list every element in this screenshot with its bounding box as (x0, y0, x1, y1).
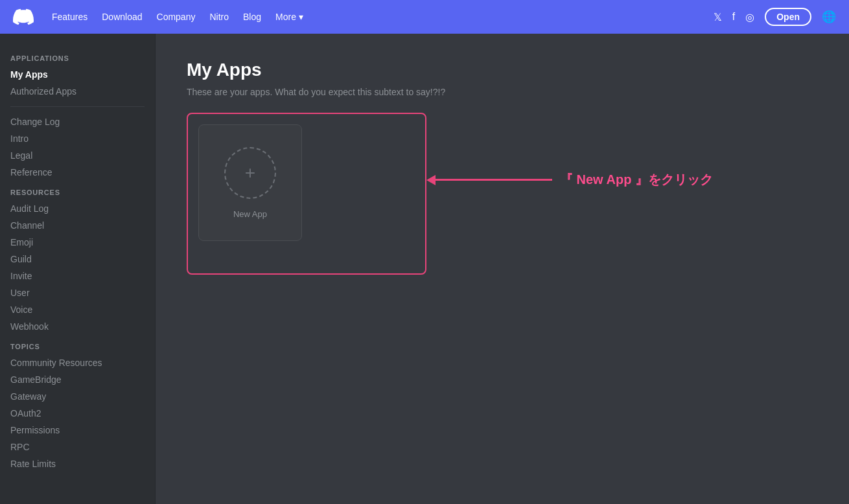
nav-links: Features Download Company Nitro Blog Mor… (52, 12, 303, 22)
sidebar-item-emoji[interactable]: Emoji (0, 234, 155, 251)
topnav-left: Features Download Company Nitro Blog Mor… (13, 6, 303, 27)
nav-blog[interactable]: Blog (243, 12, 261, 22)
nav-download[interactable]: Download (102, 12, 142, 22)
topics-section-title: TOPICS (0, 335, 155, 354)
nav-more[interactable]: More ▾ (275, 12, 303, 22)
sidebar-item-reference[interactable]: Reference (0, 164, 155, 181)
sidebar-item-intro[interactable]: Intro (0, 130, 155, 147)
sidebar-item-audit-log[interactable]: Audit Log (0, 200, 155, 217)
facebook-icon[interactable]: f (732, 11, 735, 23)
page-subtitle: These are your apps. What do you expect … (187, 87, 818, 97)
chevron-down-icon: ▾ (299, 12, 303, 22)
sidebar-item-rpc[interactable]: RPC (0, 439, 155, 455)
nav-features[interactable]: Features (52, 12, 87, 22)
main-content: My Apps These are your apps. What do you… (156, 34, 849, 504)
sidebar-item-legal[interactable]: Legal (0, 147, 155, 164)
sidebar-item-oauth2[interactable]: OAuth2 (0, 405, 155, 422)
twitter-icon[interactable]: 𝕏 (714, 11, 722, 23)
sidebar-item-webhook[interactable]: Webhook (0, 318, 155, 335)
new-app-label: New App (233, 209, 267, 219)
sidebar-item-voice[interactable]: Voice (0, 301, 155, 318)
sidebar-item-community-resources[interactable]: Community Resources (0, 354, 155, 371)
sidebar-item-change-log[interactable]: Change Log (0, 113, 155, 130)
sidebar-item-channel[interactable]: Channel (0, 217, 155, 234)
sidebar-item-user[interactable]: User (0, 284, 155, 301)
topnav-right: 𝕏 f ◎ Open 🌐 (714, 8, 836, 26)
sidebar-item-gateway[interactable]: Gateway (0, 388, 155, 405)
instagram-icon[interactable]: ◎ (745, 11, 754, 23)
new-app-card[interactable]: + New App (198, 124, 302, 241)
sidebar-item-rate-limits[interactable]: Rate Limits (0, 455, 155, 472)
annotation-wrapper: 『 New App 』をクリック (426, 171, 713, 189)
sidebar-item-invite[interactable]: Invite (0, 268, 155, 284)
sidebar: APPLICATIONS My Apps Authorized Apps Cha… (0, 34, 156, 504)
nav-company[interactable]: Company (157, 12, 196, 22)
resources-section-title: RESOURCES (0, 181, 155, 200)
translate-icon[interactable]: 🌐 (822, 10, 836, 24)
nav-nitro[interactable]: Nitro (209, 12, 229, 22)
page-layout: APPLICATIONS My Apps Authorized Apps Cha… (0, 34, 849, 504)
sidebar-item-my-apps[interactable]: My Apps (0, 66, 155, 83)
sidebar-item-permissions[interactable]: Permissions (0, 422, 155, 439)
applications-section-title: APPLICATIONS (0, 47, 155, 66)
sidebar-item-guild[interactable]: Guild (0, 251, 155, 268)
annotation-text: 『 New App 』をクリック (560, 171, 713, 189)
plus-icon: + (245, 164, 255, 182)
page-title: My Apps (187, 60, 818, 80)
content-area: + New App 『 New App 』をクリック (187, 113, 818, 275)
sidebar-item-gamebridge[interactable]: GameBridge (0, 371, 155, 388)
arrow-shaft (436, 179, 552, 181)
new-app-circle: + (224, 147, 276, 199)
top-navigation: Features Download Company Nitro Blog Mor… (0, 0, 849, 34)
sidebar-divider-1 (10, 106, 145, 107)
sidebar-item-authorized-apps[interactable]: Authorized Apps (0, 83, 155, 100)
open-button[interactable]: Open (765, 8, 811, 26)
apps-grid-area: + New App (187, 113, 426, 275)
discord-logo[interactable] (13, 6, 34, 27)
arrow-head-icon (426, 175, 436, 185)
